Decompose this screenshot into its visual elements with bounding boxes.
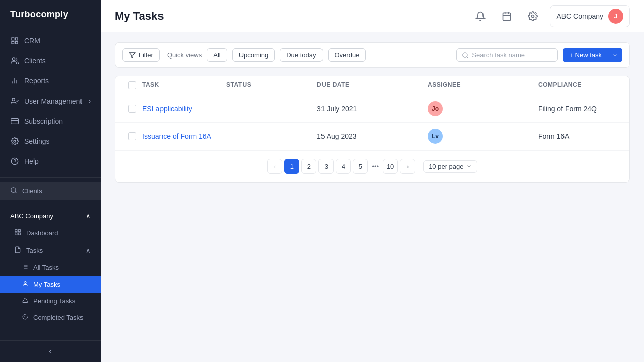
sidebar-item-subscription[interactable]: Subscription [0, 111, 101, 131]
svg-point-33 [463, 52, 467, 57]
sidebar-clients-search[interactable]: Clients [0, 182, 101, 200]
new-task-dropdown-button[interactable] [608, 49, 622, 62]
sidebar-company-name: ABC Company [10, 212, 53, 220]
sidebar-item-all-tasks[interactable]: All Tasks [0, 259, 101, 276]
task-icon [14, 246, 21, 255]
sidebar-item-reports[interactable]: Reports [0, 71, 101, 91]
view-overdue-button[interactable]: Overdue [328, 48, 366, 62]
svg-point-8 [12, 98, 15, 101]
sidebar-item-dashboard-label: Dashboard [26, 229, 58, 237]
svg-rect-17 [18, 230, 20, 232]
users-icon [10, 56, 19, 65]
sidebar-item-completed-tasks[interactable]: Completed Tasks [0, 309, 101, 326]
company-selector[interactable]: ABC Company J [550, 5, 630, 27]
col-compliance: COMPLIANCE [538, 81, 622, 89]
sidebar-item-reports-label: Reports [24, 77, 49, 85]
sidebar-item-pending-tasks[interactable]: Pending Tasks [0, 293, 101, 309]
svg-rect-18 [15, 233, 17, 235]
row2-compliance: Form 16A [538, 132, 622, 140]
row2-assignee: Lv [428, 129, 538, 144]
chevron-up-tasks-icon: ∧ [86, 247, 91, 254]
chevron-right-icon: › [89, 98, 91, 105]
pagination-page-2[interactable]: 2 [301, 159, 316, 174]
view-due-today-button[interactable]: Due today [280, 48, 323, 62]
pagination-last-page[interactable]: 10 [383, 159, 398, 174]
page-title: My Tasks [115, 10, 471, 23]
pagination-page-5[interactable]: 5 [353, 159, 368, 174]
sidebar-clients-section: Clients [0, 177, 101, 204]
header-actions: ABC Company J [471, 5, 630, 27]
sidebar-item-completed-tasks-label: Completed Tasks [33, 314, 83, 321]
svg-marker-32 [129, 52, 135, 58]
new-task-main[interactable]: + New task [563, 48, 608, 62]
sidebar-item-clients-label: Clients [24, 57, 46, 65]
pagination-page-1[interactable]: 1 [284, 159, 299, 174]
new-task-label: + New task [569, 51, 602, 59]
pagination-page-4[interactable]: 4 [336, 159, 351, 174]
row2-checkbox-cell[interactable] [122, 132, 142, 140]
svg-line-15 [15, 192, 17, 193]
sidebar-tasks-header[interactable]: Tasks ∧ [0, 242, 101, 259]
svg-point-14 [11, 188, 16, 192]
sidebar-tasks-label: Tasks [26, 247, 43, 254]
app-logo: Turbocomply [0, 0, 101, 29]
sidebar-collapse-button[interactable]: ‹ [0, 340, 101, 362]
filter-label: Filter [139, 51, 153, 59]
sidebar-item-user-management[interactable]: User Management › [0, 91, 101, 111]
sidebar-item-my-tasks-label: My Tasks [33, 281, 60, 288]
svg-line-34 [467, 56, 468, 58]
check-circle-icon [22, 314, 28, 321]
pagination-page-3[interactable]: 3 [318, 159, 334, 174]
search-wrapper [456, 48, 558, 62]
sidebar-item-my-tasks[interactable]: My Tasks [0, 276, 101, 293]
svg-rect-3 [15, 41, 18, 44]
calendar-button[interactable] [498, 7, 516, 25]
search-icon [10, 187, 17, 195]
user-task-icon [22, 281, 28, 288]
svg-point-31 [532, 15, 534, 17]
pagination-next-button[interactable]: › [400, 159, 415, 174]
pagination-prev-button[interactable]: ‹ [267, 159, 282, 174]
table-header: TASK STATUS DUE DATE ASSIGNEE COMPLIANCE [115, 76, 629, 95]
search-input-icon [462, 52, 469, 59]
sidebar-item-dashboard[interactable]: Dashboard [0, 224, 101, 242]
row1-assignee-badge: Jo [428, 101, 443, 116]
view-upcoming-button[interactable]: Upcoming [232, 48, 275, 62]
svg-rect-9 [11, 119, 19, 124]
sidebar-item-crm[interactable]: CRM [0, 31, 101, 51]
row2-task-name[interactable]: Issuance of Form 16A [142, 132, 226, 140]
sidebar-item-settings-label: Settings [24, 137, 50, 145]
new-task-button[interactable]: + New task [563, 48, 622, 62]
select-all-checkbox[interactable] [128, 81, 136, 89]
col-status: STATUS [226, 81, 317, 89]
per-page-label: 10 per page [429, 163, 463, 170]
content-area: Filter Quick views All Upcoming Due toda… [101, 32, 644, 362]
avatar: J [608, 9, 623, 24]
row1-checkbox-cell[interactable] [122, 105, 142, 113]
row1-checkbox[interactable] [128, 105, 136, 113]
quick-views-label: Quick views [167, 51, 202, 59]
sidebar-item-help[interactable]: Help [0, 151, 101, 171]
row1-due-date: 31 July 2021 [317, 105, 428, 113]
svg-point-11 [14, 140, 16, 142]
sidebar-item-pending-tasks-label: Pending Tasks [33, 297, 75, 305]
filter-button[interactable]: Filter [122, 48, 160, 62]
sidebar-item-settings[interactable]: Settings [0, 131, 101, 151]
settings-header-button[interactable] [524, 7, 542, 25]
col-task: TASK [142, 81, 226, 89]
per-page-select[interactable]: 10 per page [423, 160, 477, 173]
row1-task-name[interactable]: ESI applicability [142, 105, 226, 113]
view-all-button[interactable]: All [207, 48, 227, 62]
sidebar-item-all-tasks-label: All Tasks [33, 264, 59, 272]
sidebar-item-clients[interactable]: Clients [0, 51, 101, 71]
svg-rect-0 [12, 38, 14, 40]
sidebar-company-header[interactable]: ABC Company ∧ [0, 208, 101, 224]
svg-rect-16 [15, 230, 17, 232]
notifications-button[interactable] [471, 7, 490, 25]
row2-checkbox[interactable] [128, 132, 136, 140]
page-header: My Tasks ABC Company J [101, 0, 644, 32]
search-input[interactable] [472, 51, 552, 59]
sidebar-company: ABC Company ∧ Dashboard Tasks ∧ All Task… [0, 204, 101, 330]
row2-assignee-badge: Lv [428, 129, 443, 144]
select-all-cell[interactable] [122, 81, 142, 89]
